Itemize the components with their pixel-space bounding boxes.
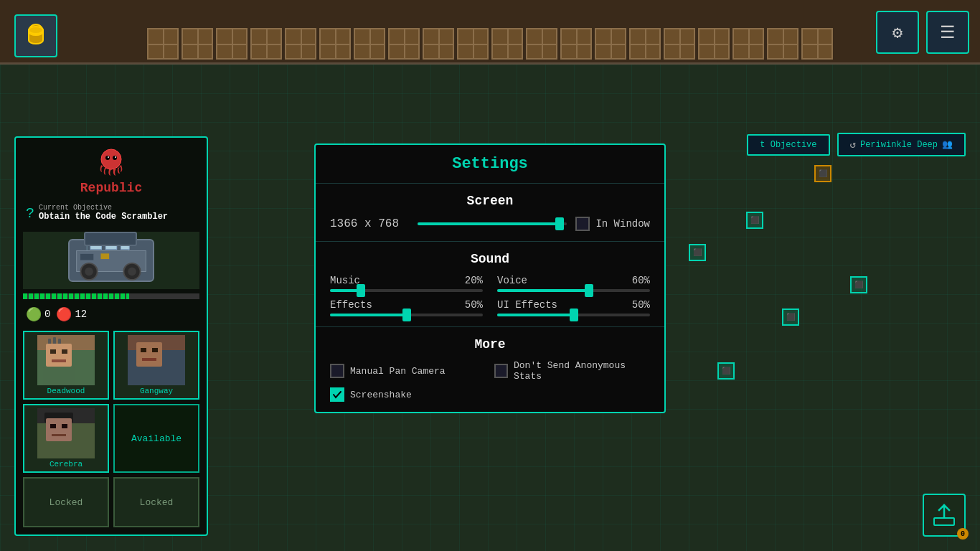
settings-modal[interactable]: Settings Screen 980 x 551 In Window — [314, 143, 666, 413]
crate — [250, 28, 282, 60]
more-section: More Manual Pan Camera Don't Send Anonym… — [316, 326, 664, 412]
crate — [319, 28, 351, 60]
menu-button[interactable]: ☰ — [926, 11, 969, 54]
top-right-icons: ⚙ ☰ — [876, 11, 969, 54]
screen-section-title: Screen — [330, 194, 650, 208]
effects-slider-thumb[interactable] — [402, 309, 411, 321]
settings-modal-overlay: Settings Screen 980 x 551 In Window — [0, 129, 980, 551]
crate — [147, 28, 179, 60]
more-section-title: More — [330, 337, 650, 352]
crate — [595, 28, 626, 60]
resolution-slider-fill — [418, 222, 560, 225]
screenshake-label: Screenshake — [350, 390, 412, 400]
sound-section-title: Sound — [330, 252, 650, 266]
voice-value: 60% — [632, 275, 650, 286]
music-slider-thumb[interactable] — [357, 284, 365, 297]
screen-row: 980 x 551 In Window — [330, 217, 650, 231]
ui-effects-slider-fill — [497, 314, 574, 316]
settings-title: Settings — [316, 145, 664, 183]
screen-section: Screen 980 x 551 In Window — [316, 183, 664, 241]
svg-point-6 — [29, 27, 43, 34]
dont-send-stats-checkbox[interactable] — [494, 364, 508, 378]
screenshake-checkbox[interactable] — [330, 387, 344, 402]
resolution-slider-track — [418, 222, 567, 225]
crate — [664, 28, 695, 60]
voice-slider-track — [497, 289, 650, 292]
effects-slider-fill — [330, 314, 407, 316]
more-options-grid: Manual Pan Camera Don't Send Anonymous S… — [330, 360, 650, 382]
in-window-checkbox[interactable] — [575, 217, 590, 231]
voice-slider-thumb[interactable] — [585, 284, 593, 297]
manual-pan-camera-label: Manual Pan Camera — [350, 366, 446, 377]
music-row: Music 20% — [330, 275, 483, 292]
crate-pattern — [147, 28, 833, 62]
resolution-slider[interactable] — [418, 217, 567, 231]
effects-slider[interactable] — [330, 314, 483, 316]
crate — [560, 28, 592, 60]
effects-slider-track — [330, 314, 483, 316]
crate — [354, 28, 385, 60]
voice-slider[interactable] — [497, 289, 650, 292]
resolution-display: 980 x 551 — [330, 217, 409, 230]
coin-icon[interactable] — [14, 14, 57, 57]
crate — [216, 28, 248, 60]
main-area: Republic ? Current Objective Obtain the … — [0, 65, 980, 551]
crate — [801, 28, 833, 60]
sound-section: Sound Music 20% — [316, 241, 664, 326]
music-slider[interactable] — [330, 289, 483, 292]
voice-row: Voice 60% — [497, 275, 650, 292]
in-window-label: In Window — [595, 218, 650, 230]
ui-effects-row: UI Effects 50% — [497, 299, 650, 316]
ui-effects-slider-thumb[interactable] — [570, 309, 578, 321]
dont-send-stats-item[interactable]: Don't Send Anonymous Stats — [494, 360, 650, 382]
voice-label: Voice — [497, 275, 527, 286]
crate — [457, 28, 489, 60]
crate — [629, 28, 661, 60]
manual-pan-camera-checkbox[interactable] — [330, 364, 344, 378]
crate — [388, 28, 420, 60]
ui-effects-slider-track — [497, 314, 650, 316]
sound-grid: Music 20% Voice — [330, 275, 650, 316]
top-bar — [0, 0, 980, 65]
crate — [182, 28, 213, 60]
crate — [423, 28, 454, 60]
ui-effects-value: 50% — [632, 299, 650, 311]
voice-label-row: Voice 60% — [497, 275, 650, 286]
effects-row: Effects 50% — [330, 299, 483, 316]
screenshake-row[interactable]: Screenshake — [330, 387, 650, 402]
crate — [526, 28, 557, 60]
ui-effects-label: UI Effects — [497, 299, 557, 311]
dont-send-stats-label: Don't Send Anonymous Stats — [514, 360, 650, 382]
gear-icon: ⚙ — [892, 22, 903, 43]
effects-label: Effects — [330, 299, 372, 311]
crate — [698, 28, 730, 60]
music-label-row: Music 20% — [330, 275, 483, 286]
music-value: 20% — [465, 275, 483, 286]
voice-slider-fill — [497, 289, 589, 292]
manual-pan-camera-item[interactable]: Manual Pan Camera — [330, 360, 486, 382]
resolution-slider-thumb[interactable] — [555, 217, 564, 230]
crate — [732, 28, 764, 60]
menu-icon: ☰ — [940, 22, 956, 43]
effects-value: 50% — [465, 299, 483, 311]
crate — [491, 28, 523, 60]
crate — [767, 28, 798, 60]
ui-effects-slider[interactable] — [497, 314, 650, 316]
music-slider-track — [330, 289, 483, 292]
crate — [285, 28, 316, 60]
window-toggle[interactable]: In Window — [575, 217, 650, 231]
settings-button[interactable]: ⚙ — [876, 11, 919, 54]
